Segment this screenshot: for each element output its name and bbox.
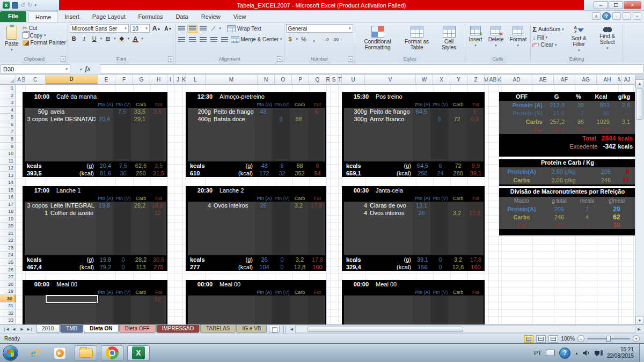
column-header-L[interactable]: L — [186, 75, 206, 84]
macro-header-pv[interactable]: Ptn (V) — [273, 196, 291, 201]
fill-handle[interactable] — [96, 301, 99, 304]
total-g-cell[interactable]: 26 — [255, 256, 273, 263]
row-header-19[interactable]: 19 — [0, 216, 16, 223]
off-gkg-cell[interactable]: --- — [614, 110, 634, 116]
fill-color-button[interactable]: ◆ — [118, 34, 126, 43]
pck-total-cell[interactable]: 246 — [583, 177, 611, 183]
macro-header-pv[interactable]: Ptn (V) — [431, 290, 449, 295]
column-header-J[interactable]: J — [174, 75, 182, 84]
first-sheet-button[interactable]: ❘◀ — [2, 326, 10, 333]
total-g-cell[interactable]: 19,8 — [97, 256, 114, 263]
total-g-cell[interactable]: 0 — [431, 256, 449, 263]
row-header-5[interactable]: 5 — [0, 114, 16, 121]
total-kcal-cell[interactable]: 79,2 — [97, 264, 114, 270]
meal-time[interactable]: 00:00 — [342, 281, 369, 287]
total-g-cell[interactable]: 28,2 — [132, 256, 150, 263]
zoom-slider-thumb[interactable] — [606, 336, 611, 342]
divisao-meals-cell[interactable]: 4 — [574, 214, 600, 220]
increase-indent-button[interactable] — [220, 35, 229, 43]
sheet-tab-impressao[interactable]: IMPRESSAO — [156, 325, 200, 333]
macro-header-pv[interactable]: Ptn (V) — [114, 102, 132, 107]
macro-header-pa[interactable]: Ptn (A) — [255, 196, 273, 201]
food-pa-cell[interactable]: 13,1 — [413, 202, 430, 209]
total-g-cell[interactable]: 88 — [291, 162, 309, 169]
font-color-button[interactable]: A — [131, 34, 140, 43]
divisao-gtotal-cell[interactable]: 115 — [544, 222, 574, 228]
off-gkg-cell[interactable]: 1,2 — [614, 127, 634, 133]
total-g-cell[interactable]: 8 — [273, 162, 291, 169]
row-header-17[interactable]: 17 — [0, 201, 16, 209]
macro-header-pa[interactable]: Ptn (A) — [414, 290, 431, 295]
off-gkg-cell[interactable]: 2,6 — [614, 102, 634, 108]
copy-button[interactable]: Copy▾ — [23, 32, 66, 39]
off-pct-cell[interactable]: 31 — [569, 127, 588, 133]
food-qty-cell[interactable]: 400g — [188, 116, 214, 122]
column-header-P[interactable]: P — [292, 75, 309, 84]
macro-header-carb[interactable]: Carb — [132, 196, 150, 201]
row-header-16[interactable]: 16 — [0, 194, 16, 201]
align-bottom-button[interactable] — [199, 24, 208, 33]
merge-center-button[interactable]: Merge & Center▾ — [231, 36, 282, 43]
total-kcal-cell[interactable]: 32 — [273, 170, 291, 176]
column-header-G[interactable]: G — [133, 75, 150, 84]
total-g-cell[interactable]: 64,5 — [414, 162, 431, 169]
divisao-label[interactable]: Carbs — [499, 214, 544, 220]
macro-header-fat[interactable]: Fat — [309, 102, 326, 107]
macro-header-fat[interactable]: Fat — [150, 102, 167, 107]
food-name-cell[interactable]: Arroz Branco — [370, 116, 413, 122]
total-kcals-value[interactable]: 659,1 — [342, 170, 391, 176]
row-header-9[interactable]: 9 — [0, 143, 16, 150]
zoom-in-button[interactable]: + — [633, 335, 640, 342]
column-header-AA[interactable]: AA — [485, 75, 488, 84]
pck-rate-cell[interactable]: 3,00 g/kg — [544, 177, 583, 183]
page-layout-view-button[interactable] — [536, 335, 546, 343]
alignment-dialog-launcher[interactable]: ↘ — [277, 56, 282, 62]
food-fat-cell[interactable]: 12 — [149, 210, 166, 216]
taskbar-media-player[interactable]: ▶ — [48, 345, 71, 361]
row-header-32[interactable]: 32 — [0, 309, 16, 317]
sheet-tab-tabelas[interactable]: TABELAS — [200, 325, 236, 333]
scroll-left-arrow[interactable]: ◀ — [288, 326, 295, 333]
workbook-minimize-button[interactable]: – — [612, 12, 621, 20]
number-format-select[interactable]: General▾ — [286, 24, 353, 33]
meal-name[interactable]: Lanche 2 — [219, 187, 244, 194]
total-kcal-cell[interactable]: 0 — [273, 264, 291, 270]
last-sheet-button[interactable]: ▶❘ — [26, 326, 34, 333]
food-name-cell[interactable]: Ovos inteiros — [214, 202, 254, 209]
macro-header-carb[interactable]: Carb — [291, 290, 309, 295]
column-header-U[interactable]: U — [342, 75, 365, 84]
total-g-cell[interactable]: 72 — [449, 162, 467, 169]
total-kcals-value[interactable]: 393,5 — [23, 170, 74, 176]
start-button[interactable] — [3, 345, 18, 361]
pck-total-cell[interactable]: 205 — [583, 168, 611, 175]
total-kcal-cell[interactable]: 12,8 — [291, 264, 309, 270]
increase-decimal-button[interactable]: ←.0 — [320, 35, 330, 43]
row-header-1[interactable]: 1 — [0, 85, 16, 92]
workbook-close-button[interactable]: × — [633, 12, 641, 20]
font-dialog-launcher[interactable]: ↘ — [168, 56, 173, 62]
macro-header-fat[interactable]: Fat — [150, 196, 167, 201]
food-qty-cell[interactable]: 4 — [188, 202, 214, 209]
column-header-AE[interactable]: AE — [532, 75, 554, 84]
food-fat-cell[interactable]: 17,8 — [308, 202, 325, 209]
minimize-button[interactable]: – — [594, 1, 608, 9]
comma-style-button[interactable]: , — [310, 35, 318, 43]
off-pct-cell[interactable]: 30 — [569, 102, 588, 108]
column-header-AH[interactable]: AH — [597, 75, 618, 84]
food-fat-cell[interactable]: 3,5 — [149, 108, 166, 115]
delete-cells-button[interactable]: × Delete ▾ — [486, 24, 506, 56]
row-header-8[interactable]: 8 — [0, 136, 16, 143]
align-middle-button[interactable] — [188, 24, 197, 33]
off-pct-cell[interactable]: 36 — [569, 119, 588, 125]
macro-header-fat[interactable]: Fat — [467, 102, 485, 107]
close-button[interactable]: × — [624, 1, 641, 9]
macro-header-pa[interactable]: Ptn (A) — [97, 290, 114, 295]
column-header-Q[interactable]: Q — [309, 75, 326, 84]
macro-header-fat[interactable]: Fat — [467, 290, 485, 295]
macro-header-carb[interactable]: Carb — [291, 102, 309, 107]
total-kcal-cell[interactable]: 288 — [449, 170, 467, 176]
column-header-AJ[interactable]: AJ — [621, 75, 633, 84]
off-gkg-cell[interactable]: 3,1 — [614, 119, 634, 125]
sort-filter-button[interactable]: AZ Sort & Filter ▾ — [566, 24, 592, 56]
help-notification-icon[interactable]: ? — [559, 348, 570, 359]
